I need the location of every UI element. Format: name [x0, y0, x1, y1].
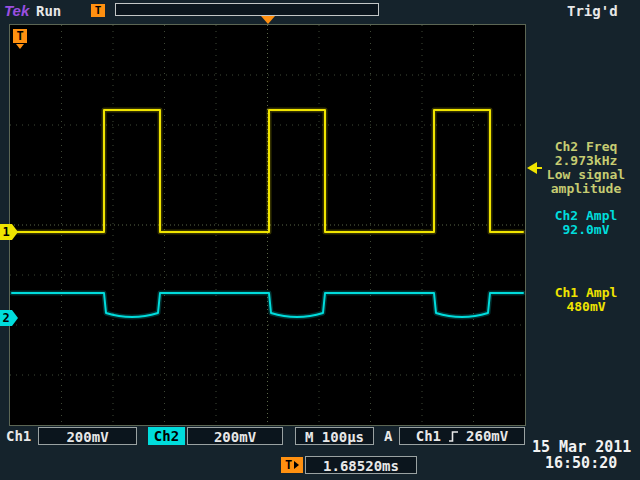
ch1-ground-marker: 1 [0, 224, 18, 240]
waveform-plot [10, 25, 525, 425]
trigger-status: Trig'd [567, 3, 618, 19]
trigger-position-readout: 1.68520ms [305, 456, 417, 474]
record-view-bar [115, 3, 379, 16]
trigger-position-icon [261, 16, 275, 24]
ch2-marker-arrow-icon [12, 310, 18, 326]
measurement-ch2-ampl: Ch2 Ampl 92.0mV [534, 209, 638, 237]
ch1-scale-readout: 200mV [38, 427, 137, 445]
ch1-marker-arrow-icon [12, 224, 18, 240]
trigger-corner-badge: T [13, 29, 27, 43]
trigger-position-badge: T [281, 457, 303, 473]
measurement-ch1-ampl: Ch1 Ampl 480mV [534, 286, 638, 314]
measurement-label: Ch2 Ampl [534, 209, 638, 223]
measurement-warning-line2: amplitude [534, 182, 638, 196]
ch2-ground-marker: 2 [0, 310, 18, 326]
graticule: T [10, 25, 525, 425]
acquisition-status: Run [36, 3, 61, 19]
measurement-ch2-freq: Ch2 Freq 2.973kHz Low signal amplitude [534, 140, 638, 196]
ch2-scale-readout: 200mV [187, 427, 283, 445]
measurement-label: Ch1 Ampl [534, 286, 638, 300]
measurement-value: 92.0mV [534, 223, 638, 237]
rising-edge-icon [448, 430, 459, 443]
right-arrow-icon [294, 461, 299, 469]
brand-logo: Tek [4, 2, 29, 19]
measurement-label: Ch2 Freq [534, 140, 638, 154]
ch1-marker-label: 1 [0, 224, 12, 240]
ch2-readout-label: Ch2 [148, 427, 185, 445]
trigger-t-badge: T [91, 4, 105, 17]
timebase-readout: M 100µs [295, 427, 374, 445]
time-readout: 16:50:20 [545, 454, 617, 472]
measurement-value: 2.973kHz [534, 154, 638, 168]
trigger-readout: Ch1 260mV [399, 427, 525, 445]
trigger-position-badge-label: T [285, 458, 292, 472]
trigger-corner-arrow-icon [16, 44, 24, 49]
trigger-mode-label: A [384, 428, 392, 444]
trigger-source-label: Ch1 [416, 427, 441, 445]
oscilloscope-screen: Tek Run T Trig'd T 1 2 Ch2 Freq 2.973kHz… [0, 0, 640, 480]
trigger-level-readout: 260mV [466, 427, 508, 445]
measurement-value: 480mV [534, 300, 638, 314]
ch1-readout-label: Ch1 [6, 428, 31, 444]
ch2-marker-label: 2 [0, 310, 12, 326]
measurement-warning-line1: Low signal [534, 168, 638, 182]
